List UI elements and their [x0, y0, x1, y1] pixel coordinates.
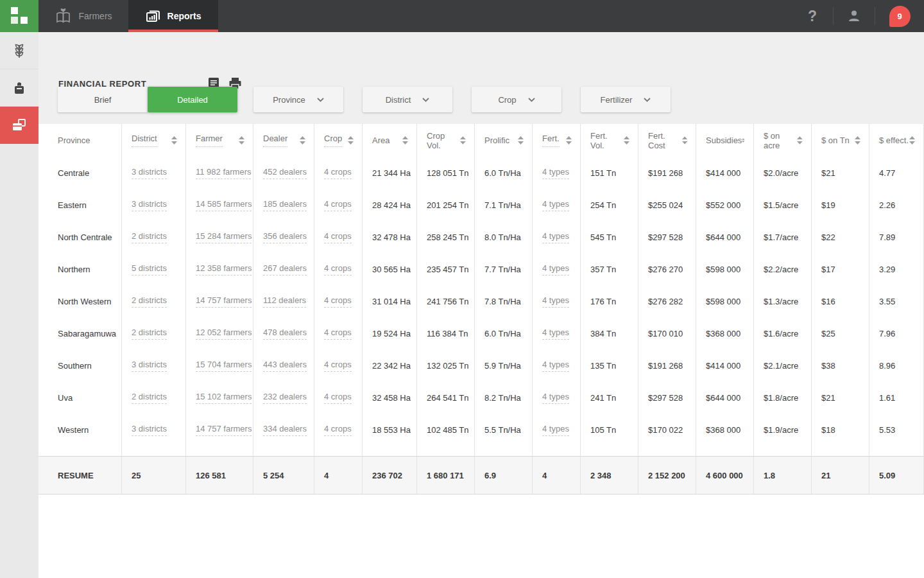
app-logo[interactable] — [0, 0, 38, 32]
resume-cell: 21 — [812, 457, 869, 494]
table-body: Centrale3 districts11 982 farmers452 dea… — [38, 157, 924, 446]
cell-link[interactable]: 14 757 farmers — [196, 295, 252, 308]
cell-link[interactable]: 4 crops — [324, 328, 352, 340]
cell: 4 types — [533, 317, 581, 349]
report-toolbar: FINANCIAL REPORT Brief Detailed Province — [38, 32, 924, 124]
cell-link[interactable]: 4 types — [542, 328, 569, 340]
column-header-farmer[interactable]: Farmer — [186, 124, 253, 157]
column-header-area[interactable]: Area — [363, 124, 417, 157]
column-label: Crop Vol. — [427, 131, 460, 150]
cell-link[interactable]: 478 dealers — [263, 328, 307, 340]
cell-link[interactable]: 4 crops — [324, 199, 352, 211]
sidebar-item-crops[interactable] — [0, 32, 38, 69]
cell-link[interactable]: 11 982 farmers — [196, 167, 251, 179]
cell-link[interactable]: 4 types — [542, 392, 569, 404]
dropdown-label: Fertilizer — [601, 95, 633, 105]
column-header-crop-vol[interactable]: Crop Vol. — [417, 124, 475, 157]
cell-link[interactable]: 4 types — [542, 231, 569, 243]
view-detailed-button[interactable]: Detailed — [148, 87, 237, 112]
cell-link[interactable]: 14 585 farmers — [196, 199, 252, 211]
resume-cell: 236 702 — [363, 457, 417, 494]
cell-link[interactable]: 4 types — [542, 199, 569, 211]
cell-link[interactable]: 15 704 farmers — [196, 360, 252, 372]
column-header-crop[interactable]: Crop — [314, 124, 363, 157]
cell: 4 crops — [314, 157, 363, 189]
cell-link[interactable]: 4 types — [542, 167, 569, 179]
column-header-fert[interactable]: Fert. — [533, 124, 581, 157]
column-header-fert-cost[interactable]: Fert. Cost — [638, 124, 696, 157]
cell-link[interactable]: 3 districts — [132, 360, 167, 372]
cell: $21 — [812, 381, 869, 414]
cell-link[interactable]: 4 crops — [324, 167, 352, 179]
sidebar-item-fertilizers[interactable] — [0, 69, 38, 107]
cell-link[interactable]: 12 052 farmers — [196, 328, 252, 340]
sidebar-item-finance[interactable] — [0, 107, 38, 144]
cell-link[interactable]: 232 dealers — [263, 392, 307, 404]
cell-link[interactable]: 4 crops — [324, 424, 352, 436]
cell-link[interactable]: 12 358 farmers — [196, 263, 252, 276]
cell: $2.1/acre — [754, 349, 812, 381]
column-header-on-tn[interactable]: $ on Tn — [812, 124, 869, 157]
cell-link[interactable]: 185 dealers — [263, 199, 307, 211]
cell: 8.2 Tn/Ha — [475, 381, 533, 414]
column-header-effect[interactable]: $ effect. — [869, 124, 924, 157]
province-filter-dropdown[interactable]: Province — [253, 87, 343, 112]
gap-cell — [581, 446, 638, 456]
cell-link[interactable]: 4 crops — [324, 392, 352, 404]
gap-cell — [122, 446, 186, 456]
cell-link[interactable]: 452 dealers — [263, 167, 307, 179]
cell-link[interactable]: 112 dealers — [263, 295, 306, 308]
fertilizer-filter-dropdown[interactable]: Fertilizer — [581, 87, 671, 112]
column-header-on-acre[interactable]: $ on acre — [754, 124, 812, 157]
cell-link[interactable]: 2 districts — [132, 392, 167, 404]
cell: 7.96 — [869, 317, 924, 349]
cell-link[interactable]: 443 dealers — [263, 360, 307, 372]
sort-icon — [909, 136, 915, 144]
cell-link[interactable]: 3 districts — [132, 167, 167, 179]
crop-filter-dropdown[interactable]: Crop — [472, 87, 561, 112]
cell-link[interactable]: 4 types — [542, 263, 569, 276]
cell: $18 — [812, 414, 869, 446]
cell: 15 284 farmers — [186, 221, 253, 253]
cell-link[interactable]: 334 dealers — [263, 424, 307, 436]
cell-link[interactable]: 4 types — [542, 424, 569, 436]
cell-link[interactable]: 3 districts — [132, 199, 167, 211]
cell-link[interactable]: 5 districts — [132, 263, 167, 276]
gap-cell — [638, 446, 696, 456]
cell: 105 Tn — [581, 414, 638, 446]
column-header-dealer[interactable]: Dealer — [253, 124, 314, 157]
user-account-button[interactable] — [834, 0, 875, 32]
topbar: Farmers Reports ? 9 — [38, 0, 924, 32]
cell-link[interactable]: 15 102 farmers — [196, 392, 252, 404]
gap-cell — [314, 446, 363, 456]
tab-reports[interactable]: Reports — [128, 0, 218, 32]
column-header-district[interactable]: District — [122, 124, 186, 157]
cell: 4 types — [533, 285, 581, 317]
cell-link[interactable]: 4 types — [542, 295, 569, 308]
notifications-button[interactable]: 9 — [875, 0, 924, 32]
view-brief-button[interactable]: Brief — [58, 87, 148, 112]
cell: Southern — [38, 349, 122, 381]
cell-link[interactable]: 14 757 farmers — [196, 424, 252, 436]
cell-link[interactable]: 4 crops — [324, 263, 352, 276]
district-filter-dropdown[interactable]: District — [363, 87, 452, 112]
cell-link[interactable]: 267 dealers — [263, 263, 307, 276]
cell-link[interactable]: 4 crops — [324, 295, 352, 308]
cell-link[interactable]: 2 districts — [132, 328, 167, 340]
help-button[interactable]: ? — [792, 0, 833, 32]
cell: 452 dealers — [253, 157, 314, 189]
cell: 132 025 Tn — [417, 349, 475, 381]
cell-link[interactable]: 2 districts — [132, 295, 167, 308]
cell-link[interactable]: 4 types — [542, 360, 569, 372]
cell-link[interactable]: 3 districts — [132, 424, 167, 436]
cell-link[interactable]: 2 districts — [132, 231, 167, 243]
column-header-prolific[interactable]: Prolific — [475, 124, 533, 157]
cell-link[interactable]: 4 crops — [324, 360, 352, 372]
column-header-subsidies[interactable]: Subsidies — [696, 124, 754, 157]
tab-farmers[interactable]: Farmers — [38, 0, 128, 32]
cell-link[interactable]: 15 284 farmers — [196, 231, 252, 243]
cell-link[interactable]: 4 crops — [324, 231, 352, 243]
column-header-fert-vol[interactable]: Fert. Vol. — [581, 124, 638, 157]
cell: Sabaragamuwa — [38, 317, 122, 349]
cell-link[interactable]: 356 dealers — [263, 231, 307, 243]
